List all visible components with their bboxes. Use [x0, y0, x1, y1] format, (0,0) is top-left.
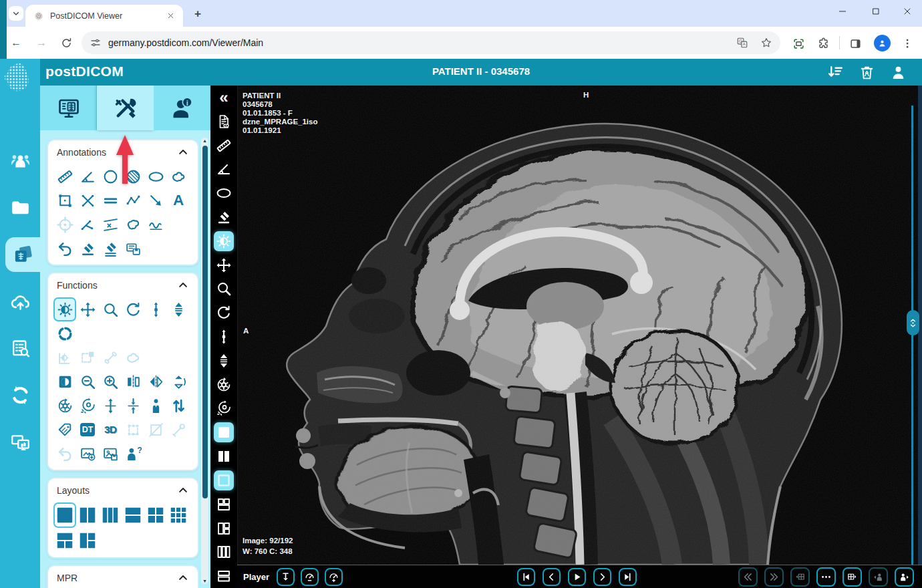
invert-tool[interactable] — [53, 370, 76, 394]
reset-wl-button[interactable] — [210, 397, 237, 421]
sidebar-item-worklist-search[interactable] — [1, 331, 39, 365]
freehand-tool[interactable] — [167, 164, 190, 188]
save-image-tool[interactable] — [99, 442, 122, 466]
layout-1t2b-o-button[interactable] — [210, 492, 237, 517]
freehand-region-tool[interactable] — [122, 345, 144, 370]
ellipse-tool[interactable] — [144, 164, 167, 188]
layout-1x3-o-button[interactable] — [210, 540, 237, 564]
magnify-button[interactable] — [210, 277, 237, 301]
eraser-button[interactable] — [210, 205, 237, 229]
translate-icon[interactable]: GA — [736, 37, 748, 49]
reset-button[interactable] — [210, 373, 237, 397]
scrollbar-thumb[interactable] — [202, 146, 208, 498]
cine-export-button[interactable] — [277, 568, 295, 586]
angle-tool[interactable] — [76, 164, 99, 188]
panel-tab-tools[interactable] — [97, 86, 154, 130]
layout-1x2-filled-button[interactable] — [210, 444, 237, 468]
new-tab-button[interactable]: + — [190, 6, 206, 22]
eraser-all-tool[interactable] — [99, 237, 122, 261]
image-scroll-thumb[interactable] — [907, 310, 919, 335]
three-d-tool[interactable]: 3D — [99, 418, 122, 442]
user-question-tool[interactable]: ? — [122, 442, 144, 466]
next-patient-button[interactable] — [895, 567, 914, 587]
export-image-tool[interactable] — [76, 442, 99, 466]
site-settings-icon[interactable] — [90, 37, 102, 49]
sidebar-item-image-series[interactable] — [5, 237, 40, 272]
reset-tool[interactable] — [53, 394, 76, 418]
screen-capture-button[interactable] — [790, 35, 806, 51]
reload-button[interactable] — [58, 35, 74, 51]
localizer-tool[interactable] — [53, 321, 76, 345]
undo-soft-tool[interactable] — [53, 442, 76, 466]
crop-tool[interactable] — [144, 418, 167, 442]
layout-1x1-tool[interactable] — [53, 502, 76, 528]
chevron-up-icon[interactable] — [177, 279, 189, 291]
tag-tool[interactable] — [53, 418, 76, 442]
arrow-tool[interactable] — [144, 188, 167, 212]
scroll-vertical-button[interactable] — [210, 325, 237, 349]
speed-down-button[interactable] — [301, 568, 319, 586]
grid-prev-button[interactable] — [790, 567, 810, 587]
layout-3x3-tool[interactable] — [167, 502, 190, 528]
chevron-up-icon[interactable] — [177, 484, 189, 496]
pan-tool[interactable] — [76, 297, 99, 321]
zoom-in-tool[interactable] — [99, 370, 122, 394]
layout-1t2b-tool[interactable] — [53, 528, 76, 553]
expand-vertical-tool[interactable] — [99, 394, 122, 418]
layout-1l2r-tool[interactable] — [76, 528, 99, 553]
wl-region-tool[interactable] — [53, 345, 76, 370]
side-panel-button[interactable] — [847, 35, 863, 51]
parallel-lines-tool[interactable] — [99, 188, 122, 212]
window-minimize-button[interactable] — [829, 0, 856, 23]
layout-1l2r-o-button[interactable] — [210, 517, 237, 541]
window-close-button[interactable] — [894, 0, 921, 23]
panel-tab-viewer-screen[interactable] — [40, 86, 97, 130]
url-text[interactable]: germany.postdicom.com/Viewer/Main — [108, 37, 724, 48]
layout-rows-o-button[interactable] — [210, 564, 237, 588]
panel-scrollbar[interactable]: ▲▼ — [201, 138, 208, 584]
user-button[interactable] — [889, 63, 907, 82]
panel-tab-patient-info[interactable]: i — [154, 86, 210, 130]
zoom-region-tool[interactable] — [76, 345, 99, 370]
magnify-tool[interactable] — [99, 297, 122, 321]
back-button[interactable]: ← — [8, 35, 24, 51]
prev-series-button[interactable] — [738, 567, 758, 587]
region-tool[interactable] — [122, 212, 144, 237]
text-tool[interactable]: A — [167, 188, 190, 212]
chevron-up-icon[interactable] — [177, 146, 189, 158]
sidebar-item-remote-monitors[interactable] — [1, 424, 39, 459]
grid-next-button[interactable] — [842, 567, 862, 587]
save-annotations-tool[interactable] — [122, 237, 144, 261]
report-view-button[interactable] — [210, 110, 237, 134]
flip-horizontal-tool[interactable] — [122, 370, 144, 394]
more-options-button[interactable] — [816, 567, 836, 587]
bookmark-star-icon[interactable] — [760, 37, 772, 49]
profile-avatar[interactable] — [874, 35, 891, 51]
window-level-tool[interactable] — [53, 297, 76, 321]
layout-1x1-filled-button[interactable] — [210, 420, 237, 444]
rotate-flip-tool[interactable] — [167, 370, 190, 394]
sidebar-item-sync[interactable] — [1, 378, 39, 412]
reset-wl-tool[interactable] — [76, 394, 99, 418]
rotate-tool[interactable] — [122, 297, 144, 321]
chevron-up-icon[interactable] — [177, 572, 189, 584]
wave-tool[interactable] — [144, 212, 167, 237]
play-button[interactable] — [568, 568, 586, 586]
polyline-tool[interactable] — [122, 188, 144, 212]
next-image-button[interactable] — [593, 568, 611, 586]
rotate-button[interactable] — [210, 301, 237, 325]
sidebar-item-patients[interactable] — [1, 144, 39, 178]
mri-sagittal-image[interactable] — [238, 86, 922, 565]
tab-search-button[interactable] — [9, 6, 23, 21]
scroll-vertical-tool[interactable] — [144, 297, 167, 321]
layout-2x2-tool[interactable] — [144, 502, 167, 528]
image-viewport[interactable]: PATIENT II 0345678 01.01.1853 - F dzne_M… — [237, 86, 922, 565]
speed-up-button[interactable] — [325, 568, 343, 586]
sidebar-item-cloud-upload[interactable] — [1, 284, 39, 319]
cross-lines-tool[interactable] — [76, 188, 99, 212]
flip-vertical-tool[interactable] — [144, 370, 167, 394]
previous-image-button[interactable] — [543, 568, 561, 586]
address-bar[interactable]: germany.postdicom.com/Viewer/Main GA — [82, 31, 780, 54]
sidebar-item-folder[interactable] — [1, 190, 39, 225]
layout-2x1-tool[interactable] — [122, 502, 144, 528]
